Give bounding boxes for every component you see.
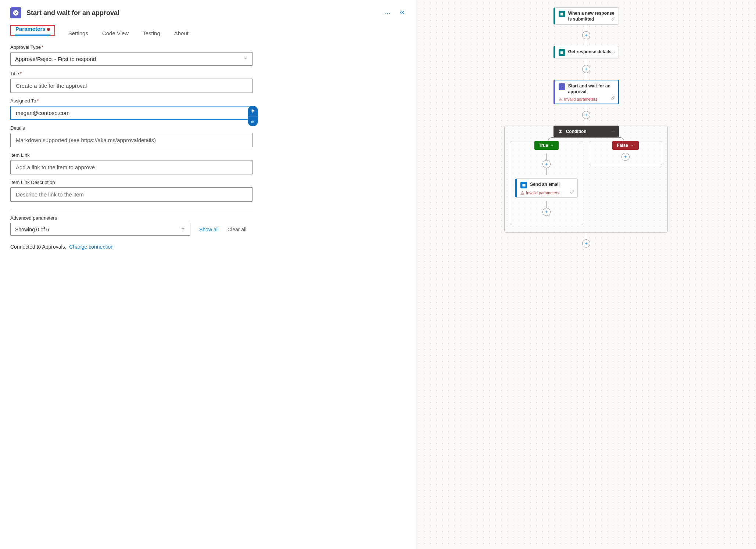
field-label: Approval Type*	[10, 44, 405, 50]
chevron-down-icon	[180, 226, 186, 232]
connector	[582, 233, 590, 248]
field-label: Item Link Description	[10, 180, 405, 185]
error-dot-icon	[47, 28, 50, 31]
field-label: Assigned To*	[10, 98, 405, 104]
select-value: Showing 0 of 6	[15, 227, 49, 232]
branch-false: False	[589, 141, 662, 165]
connector	[582, 25, 590, 46]
field-item-link: Item Link	[10, 152, 405, 174]
add-step-button[interactable]	[582, 239, 590, 248]
assigned-to-input[interactable]	[15, 109, 248, 116]
branch-label-false[interactable]: False	[612, 141, 639, 150]
more-icon[interactable]: ⋯	[384, 9, 391, 17]
svg-rect-2	[560, 51, 563, 54]
select-value: Approve/Reject - First to respond	[15, 56, 96, 62]
divider	[10, 210, 253, 210]
approval-type-select[interactable]: Approve/Reject - First to respond	[10, 52, 253, 66]
field-details: Details	[10, 125, 405, 147]
add-step-button[interactable]	[542, 208, 551, 216]
tab-label: Parameters	[15, 26, 46, 32]
flow-step-trigger[interactable]: When a new response is submitted	[553, 7, 619, 25]
change-connection-link[interactable]: Change connection	[69, 244, 114, 250]
connector	[542, 201, 551, 216]
card-title: Start and wait for an approval	[568, 83, 615, 95]
flow-canvas[interactable]: When a new response is submitted Get res…	[416, 0, 756, 549]
connection-row: Connected to Approvals. Change connectio…	[10, 244, 405, 250]
chevron-up-icon	[611, 129, 615, 134]
collapse-icon[interactable]	[399, 9, 405, 17]
flow-step-get-response[interactable]: Get response details	[553, 46, 619, 58]
forms-icon	[559, 49, 565, 56]
field-title: Title*	[10, 71, 405, 93]
link-icon	[570, 189, 574, 195]
field-approval-type: Approval Type* Approve/Reject - First to…	[10, 44, 405, 66]
add-step-button[interactable]	[582, 65, 590, 73]
tab-settings[interactable]: Settings	[68, 28, 89, 40]
tab-bar: Parameters Settings Code View Testing Ab…	[10, 25, 405, 44]
tab-about[interactable]: About	[173, 28, 189, 40]
dynamic-content-floater: fx	[248, 106, 258, 126]
field-assigned-to: Assigned To* fx	[10, 98, 405, 120]
connector	[582, 58, 590, 80]
add-step-button[interactable]	[542, 160, 551, 168]
connector	[542, 153, 551, 175]
panel-header: Start and wait for an approval ⋯	[10, 4, 405, 25]
connection-text: Connected to Approvals.	[10, 244, 67, 250]
link-icon	[611, 17, 616, 22]
add-step-button[interactable]	[582, 31, 590, 39]
condition-icon	[558, 129, 563, 134]
approval-icon	[559, 83, 565, 90]
outlook-icon	[520, 182, 527, 188]
card-warning: Invalid parameters	[520, 191, 574, 195]
dynamic-content-button[interactable]	[248, 106, 258, 116]
card-warning: Invalid parameters	[559, 97, 615, 101]
flow-step-send-email[interactable]: Send an email Invalid parameters	[515, 178, 578, 198]
item-link-input[interactable]	[15, 164, 248, 171]
link-icon	[611, 50, 616, 56]
advanced-parameters: Advanced parameters Showing 0 of 6 Show …	[10, 215, 405, 236]
svg-rect-3	[522, 184, 525, 186]
approval-icon	[10, 7, 21, 18]
chevron-up-icon	[550, 144, 554, 148]
add-step-button[interactable]	[582, 111, 590, 119]
card-title: When a new response is submitted	[568, 11, 615, 22]
flow-step-approval-selected[interactable]: Start and wait for an approval Invalid p…	[553, 80, 619, 104]
field-label: Details	[10, 125, 405, 131]
connector	[582, 104, 590, 126]
tab-testing[interactable]: Testing	[142, 28, 161, 40]
config-panel: Start and wait for an approval ⋯ Paramet…	[0, 0, 416, 549]
add-step-button[interactable]	[621, 153, 630, 161]
branch-true: True Send an email	[510, 141, 583, 225]
field-label: Title*	[10, 71, 405, 76]
tab-parameters[interactable]: Parameters	[15, 24, 51, 36]
branch-label-true[interactable]: True	[534, 141, 559, 150]
panel-title: Start and wait for an approval	[26, 9, 379, 17]
title-input[interactable]	[15, 82, 248, 89]
field-label: Item Link	[10, 152, 405, 158]
tab-codeview[interactable]: Code View	[101, 28, 129, 40]
svg-text:fx: fx	[251, 120, 254, 123]
forms-icon	[559, 11, 565, 17]
chevron-down-icon	[243, 56, 248, 62]
card-title: Send an email	[530, 182, 560, 188]
condition-container: Condition True	[504, 126, 668, 233]
item-link-desc-input[interactable]	[15, 191, 248, 198]
card-title: Get response details	[568, 49, 612, 55]
card-title: Condition	[566, 129, 587, 134]
expression-button[interactable]: fx	[248, 116, 258, 126]
field-item-link-desc: Item Link Description	[10, 180, 405, 202]
field-label: Advanced parameters	[10, 215, 405, 221]
details-input[interactable]	[15, 137, 248, 144]
show-all-link[interactable]: Show all	[199, 227, 219, 232]
svg-rect-1	[560, 12, 563, 15]
advanced-select[interactable]: Showing 0 of 6	[10, 223, 190, 236]
link-icon	[611, 96, 615, 101]
clear-all-link[interactable]: Clear all	[227, 227, 246, 232]
condition-header[interactable]: Condition	[553, 126, 619, 137]
chevron-up-icon	[630, 144, 634, 148]
